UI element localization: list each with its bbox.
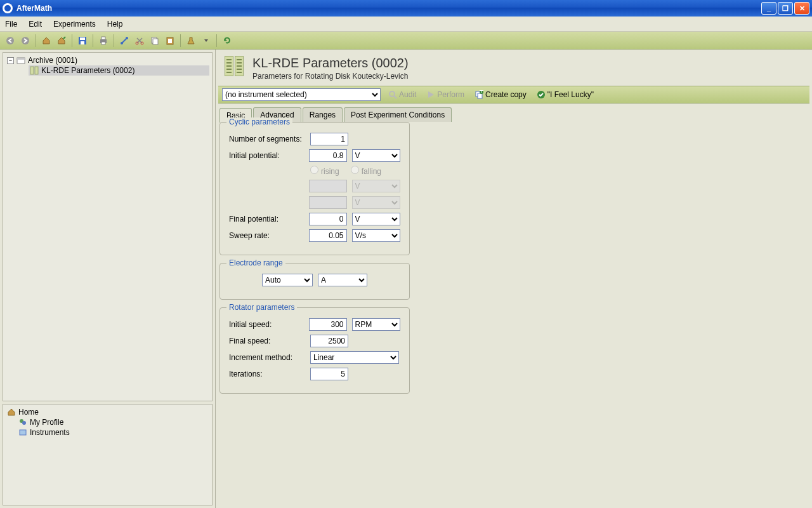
app-icon — [3, 3, 13, 13]
legend-cyclic: Cyclic parameters — [226, 117, 292, 126]
cut-icon[interactable] — [133, 34, 146, 47]
dropdown-arrow-icon[interactable] — [200, 34, 213, 47]
svg-point-9 — [126, 37, 128, 39]
action-bar: (no instrument selected) Audit Perform +… — [218, 86, 809, 104]
instruments-icon — [18, 428, 27, 437]
tree-item-label: KL-RDE Parameters (0002) — [41, 66, 134, 75]
upper-potential-input — [309, 180, 347, 192]
group-cyclic: Cyclic parameters Number of segments: In… — [219, 122, 410, 255]
initial-potential-unit[interactable]: V — [352, 149, 400, 162]
tree-home[interactable]: Home — [6, 407, 209, 417]
page-header-icon — [225, 56, 245, 76]
rising-radio: rising — [310, 166, 339, 176]
tree-root-archive[interactable]: − Archive (0001) — [6, 55, 209, 65]
svg-rect-19 — [35, 67, 38, 74]
svg-text:+: + — [480, 90, 484, 95]
page-title: KL-RDE Parameters (0002) — [252, 56, 409, 70]
tree-instruments-label: Instruments — [30, 428, 70, 437]
home-up-icon[interactable] — [55, 34, 68, 47]
svg-rect-4 — [81, 41, 84, 44]
direction-radio-group: rising falling — [310, 166, 400, 176]
svg-rect-7 — [102, 42, 105, 44]
lower-potential-label — [229, 198, 304, 207]
page-subtitle: Parameters for Rotating Disk Koutecky-Le… — [252, 72, 409, 81]
svg-rect-18 — [30, 67, 34, 74]
archive-tree[interactable]: − Archive (0001) KL-RDE Parameters (0002… — [3, 52, 213, 401]
tree-root-label: Archive (0001) — [28, 56, 77, 65]
main-content: KL-RDE Parameters (0002) Parameters for … — [216, 50, 812, 508]
final-speed-input[interactable] — [310, 335, 348, 347]
final-potential-label: Final potential: — [229, 215, 304, 224]
tree-instruments[interactable]: Instruments — [17, 427, 209, 438]
collapse-icon[interactable]: − — [7, 57, 14, 64]
back-icon[interactable] — [4, 34, 16, 47]
create-copy-button[interactable]: + Create copy — [472, 89, 529, 100]
window-title: AfterMath — [16, 4, 52, 13]
refresh-icon[interactable] — [221, 34, 233, 47]
feel-lucky-button[interactable]: "I Feel Lucky" — [534, 89, 596, 100]
svg-point-0 — [6, 37, 14, 44]
main-toolbar — [0, 32, 812, 50]
tree-profile[interactable]: My Profile — [17, 417, 209, 427]
instrument-select[interactable]: (no instrument selected) — [222, 88, 381, 101]
tree-home-label: Home — [18, 408, 39, 417]
svg-rect-22 — [20, 430, 26, 435]
home-icon[interactable] — [40, 34, 53, 47]
svg-point-23 — [390, 91, 395, 97]
feel-lucky-label: "I Feel Lucky" — [547, 90, 594, 99]
svg-rect-15 — [168, 39, 172, 43]
increment-method-select[interactable]: Linear — [310, 351, 399, 364]
svg-rect-3 — [80, 37, 85, 40]
menu-experiments[interactable]: Experiments — [53, 20, 96, 29]
initial-potential-input[interactable] — [309, 149, 347, 162]
final-potential-input[interactable] — [309, 213, 347, 225]
falling-radio-input — [351, 166, 359, 174]
electrode-unit-select[interactable]: A — [318, 274, 367, 286]
tab-ranges[interactable]: Ranges — [303, 107, 343, 122]
audit-button: Audit — [386, 89, 419, 100]
maximize-button[interactable]: ❐ — [778, 2, 793, 15]
print-icon[interactable] — [97, 34, 110, 47]
window-titlebar: AfterMath _ ❐ ✕ — [0, 0, 812, 17]
sweep-rate-unit[interactable]: V/s — [352, 229, 400, 242]
experiment-icon[interactable] — [185, 34, 197, 47]
link-icon[interactable] — [118, 34, 131, 47]
audit-label: Audit — [399, 90, 416, 99]
increment-method-label: Increment method: — [229, 353, 305, 362]
save-icon[interactable] — [76, 34, 89, 47]
close-button[interactable]: ✕ — [794, 2, 809, 15]
initial-speed-unit[interactable]: RPM — [352, 318, 400, 331]
home-tree[interactable]: Home My Profile Instruments — [3, 404, 213, 505]
segments-input[interactable] — [310, 133, 348, 145]
minimize-button[interactable]: _ — [761, 2, 776, 15]
falling-radio: falling — [351, 166, 381, 176]
tab-row: Basic Advanced Ranges Post Experiment Co… — [216, 104, 812, 122]
sweep-rate-label: Sweep rate: — [229, 231, 304, 240]
perform-icon — [426, 90, 435, 99]
forward-icon[interactable] — [19, 34, 32, 47]
svg-point-21 — [22, 421, 26, 425]
group-rotator: Rotator parameters Initial speed: RPM Fi… — [219, 307, 410, 394]
initial-speed-input[interactable] — [309, 318, 347, 331]
tab-post-experiment[interactable]: Post Experiment Conditions — [344, 107, 452, 122]
iterations-input[interactable] — [310, 368, 348, 380]
sidebar: − Archive (0001) KL-RDE Parameters (0002… — [0, 50, 216, 508]
final-potential-unit[interactable]: V — [352, 213, 400, 225]
paste-icon[interactable] — [164, 34, 176, 47]
menu-file[interactable]: File — [5, 20, 17, 29]
menu-help[interactable]: Help — [107, 20, 123, 29]
electrode-mode-select[interactable]: Auto — [262, 274, 313, 286]
rising-radio-input — [310, 166, 318, 174]
copy-action-icon: + — [475, 90, 483, 99]
svg-rect-6 — [102, 37, 105, 39]
tab-content-basic: Cyclic parameters Number of segments: In… — [219, 122, 416, 401]
lucky-icon — [537, 90, 546, 99]
initial-potential-label: Initial potential: — [229, 151, 304, 160]
menu-edit[interactable]: Edit — [29, 20, 42, 29]
tree-item-klrde[interactable]: KL-RDE Parameters (0002) — [29, 65, 209, 76]
copy-icon[interactable] — [148, 34, 161, 47]
segments-label: Number of segments: — [229, 135, 305, 144]
sweep-rate-input[interactable] — [309, 229, 347, 242]
create-copy-label: Create copy — [485, 90, 527, 99]
tree-profile-label: My Profile — [30, 418, 63, 427]
